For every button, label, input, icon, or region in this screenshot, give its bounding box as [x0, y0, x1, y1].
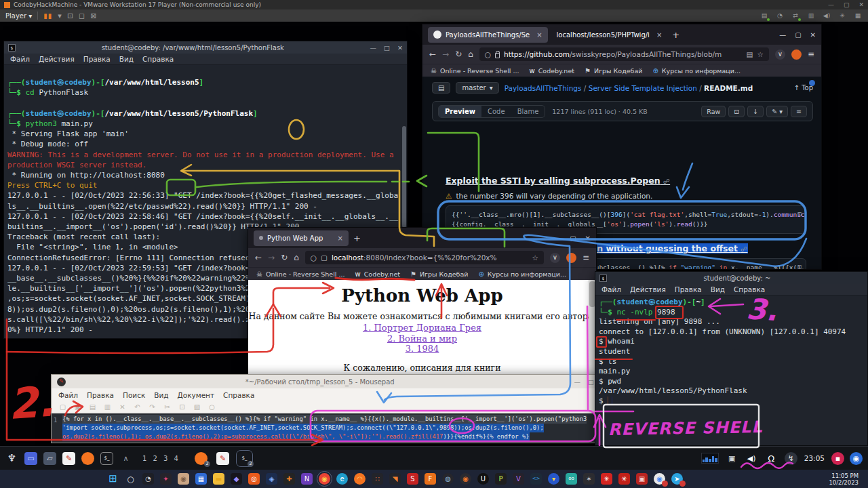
anchor-link-icon[interactable]: ☍: [741, 245, 747, 253]
menu-item[interactable]: Документ: [178, 391, 215, 399]
close-button[interactable]: ✕: [397, 44, 403, 52]
volume-icon[interactable]: ◀): [745, 452, 758, 465]
menu-item[interactable]: Файл: [10, 55, 30, 63]
app-teal[interactable]: oo: [566, 473, 577, 485]
vmware-close-button[interactable]: ✕: [859, 1, 864, 8]
terminal-icon[interactable]: $_: [100, 452, 113, 465]
new-file-icon[interactable]: ▢: [58, 403, 67, 411]
taskbar-terminal-window[interactable]: $_2: [238, 452, 251, 465]
tab-code[interactable]: Code: [481, 106, 511, 117]
search-icon[interactable]: ○: [208, 403, 216, 411]
mousepad-titlebar[interactable]: ✎ *~/Рабочий стол/tmp_lesson_5 - Mousepa…: [52, 375, 599, 388]
app-pycharm[interactable]: P: [495, 473, 507, 485]
copy-code-icon[interactable]: ⊡: [797, 209, 802, 219]
maximize-button[interactable]: ▢: [795, 31, 801, 39]
notifications-bell-icon[interactable]: Ω: [765, 452, 778, 465]
maximize-button[interactable]: ▢: [570, 235, 576, 242]
bookmark-item[interactable]: ⚑Игры Кодебай: [585, 67, 642, 75]
tab-blame[interactable]: Blame: [511, 106, 545, 117]
maximize-button[interactable]: □: [384, 44, 390, 52]
app-dark[interactable]: ◍: [442, 473, 454, 485]
menu-item[interactable]: Вид: [119, 55, 134, 63]
bookmark-item[interactable]: ☠Online - Reverse Shell ...: [256, 270, 345, 278]
file-tree-toggle-button[interactable]: ▤: [432, 82, 450, 94]
vm-sound-icon[interactable]: ◀): [822, 11, 831, 20]
menu-item[interactable]: Файл: [601, 285, 621, 293]
bookmark-item[interactable]: wCodeby.net: [530, 67, 574, 75]
app-telegram[interactable]: ➤: [671, 473, 683, 485]
host-clock[interactable]: 11:05 PM 10/2/2023: [829, 472, 859, 486]
vmware-maximize-button[interactable]: ▢: [844, 1, 850, 8]
app-orange[interactable]: ◎: [248, 473, 260, 485]
tab-payloadsallthethings[interactable]: PayloadsAllTheThings/Se×: [428, 27, 548, 43]
taskbar-mousepad-window[interactable]: ✎: [216, 452, 229, 465]
vm-display-icon[interactable]: ▦: [853, 11, 863, 20]
outline-icon[interactable]: ≡: [791, 106, 807, 117]
new-tab-button[interactable]: +: [672, 30, 679, 40]
start-button[interactable]: ⊞: [107, 473, 119, 485]
vm-pause-caret[interactable]: ▾: [58, 12, 62, 20]
copy-code-icon[interactable]: ⊡: [797, 262, 802, 269]
lock-screen-icon[interactable]: ▪: [831, 452, 844, 465]
minimize-button[interactable]: —: [554, 235, 561, 242]
paste-icon[interactable]: ▧: [193, 403, 201, 411]
reload-button[interactable]: ↻: [455, 49, 462, 59]
app-contact[interactable]: ◉: [178, 473, 189, 485]
search-button[interactable]: ○: [125, 473, 136, 485]
bookmark-item[interactable]: wCodeby.net: [355, 270, 400, 278]
app-slack[interactable]: ✦: [160, 473, 172, 485]
tab-python-web-app[interactable]: Python Web App×: [254, 230, 349, 246]
anchor-link-icon[interactable]: ☍: [663, 178, 670, 185]
cpu-graph[interactable]: [701, 453, 719, 464]
minimize-button[interactable]: —: [370, 44, 377, 52]
bookmark-star-icon[interactable]: ☆: [757, 50, 764, 58]
window-list-icon[interactable]: ▣: [726, 452, 738, 465]
copy-icon[interactable]: ⊡: [178, 403, 186, 411]
bookmark-item[interactable]: ⚑Игры Кодебай: [410, 270, 468, 278]
minimize-button[interactable]: —: [574, 378, 581, 386]
panel-expand-icon[interactable]: ∧: [119, 452, 132, 465]
download-icon[interactable]: ↓: [747, 106, 764, 117]
raw-button[interactable]: Raw: [701, 106, 726, 117]
kali-menu-icon[interactable]: ♆: [5, 452, 18, 465]
copy-raw-icon[interactable]: ⊡: [728, 106, 745, 117]
close-button[interactable]: ✕: [585, 235, 591, 242]
files-app-icon[interactable]: ▭: [24, 452, 37, 465]
app-unreal[interactable]: U: [477, 473, 489, 485]
mousepad-editor[interactable]: 1 {% for x in ().__class__.__base__.__su…: [52, 413, 599, 443]
forward-button[interactable]: →: [442, 49, 449, 59]
redo-icon[interactable]: ↷: [148, 403, 157, 411]
app-edge[interactable]: e: [336, 473, 348, 485]
book-link[interactable]: 2. Война и мир: [248, 333, 596, 344]
terminal-titlebar[interactable]: $ student@codeby: /var/www/html/lesson5/…: [4, 41, 407, 54]
save-file-icon[interactable]: ▤: [88, 403, 97, 411]
back-button[interactable]: ←: [429, 49, 436, 59]
menu-item[interactable]: Файл: [58, 391, 78, 399]
menu-item[interactable]: Действия: [39, 55, 75, 63]
tab-localhost-phptwig[interactable]: localhost/lesson5/PHPTwig/i×: [551, 27, 668, 43]
new-tab-button[interactable]: +: [353, 233, 361, 243]
save-as-icon[interactable]: ▥: [103, 403, 112, 411]
app-maps[interactable]: ▾: [548, 473, 559, 485]
mousepad-icon[interactable]: ✎: [62, 452, 75, 465]
menu-item[interactable]: Действия: [630, 285, 666, 293]
menu-item[interactable]: Справка: [142, 55, 174, 63]
app-chrome[interactable]: ◉: [319, 473, 330, 485]
menu-item[interactable]: Правка: [675, 285, 702, 293]
url-bar[interactable]: ○ ▢ localhost:8080/index?book={%%20for%2…: [305, 251, 544, 264]
app-vscode[interactable]: <>: [530, 473, 542, 485]
edit-pencil-icon[interactable]: ✎ ▾: [766, 106, 788, 117]
app-dashboard[interactable]: ◔: [142, 473, 154, 485]
shield-icon[interactable]: ○: [485, 50, 491, 58]
open-file-icon[interactable]: ▣: [73, 403, 82, 411]
terminal-titlebar[interactable]: $ student@codeby: ~: [595, 272, 867, 284]
app-gear-red-2[interactable]: ✳: [618, 473, 630, 485]
forward-button[interactable]: →: [268, 253, 275, 262]
undo-icon[interactable]: ↶: [133, 403, 142, 411]
maximize-button[interactable]: □: [588, 378, 594, 386]
power-manager-icon[interactable]: ↯: [785, 452, 797, 465]
terminal-scrollbar[interactable]: [402, 126, 406, 228]
menu-hamburger-icon[interactable]: ≡: [808, 49, 814, 59]
app-firefox[interactable]: ◠: [354, 473, 366, 485]
tab-close-icon[interactable]: ×: [656, 31, 662, 39]
